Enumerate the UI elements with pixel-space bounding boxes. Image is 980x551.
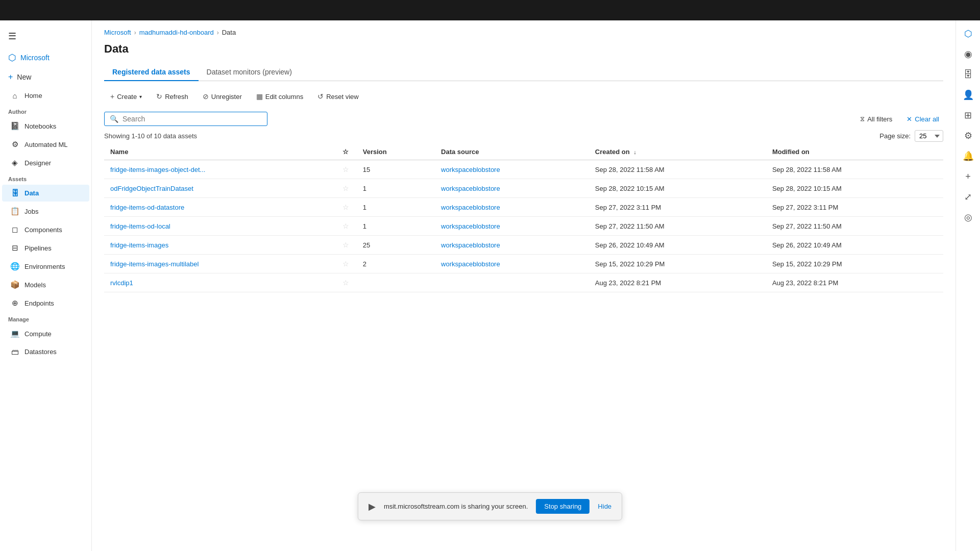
sidebar-item-pipelines-label: Pipelines — [24, 244, 52, 252]
favorite-star-icon[interactable]: ☆ — [342, 222, 349, 230]
favorite-star-icon[interactable]: ☆ — [342, 184, 349, 192]
hide-button[interactable]: Hide — [598, 503, 611, 510]
sidebar-item-datastores[interactable]: 🗃 Datastores — [2, 343, 89, 360]
col-header-data-source[interactable]: Data source — [435, 144, 589, 160]
cell-favorite: ☆ — [336, 198, 357, 217]
sidebar-item-pipelines[interactable]: ⊟ Pipelines — [2, 239, 89, 257]
reset-view-button[interactable]: ↺ Reset view — [311, 89, 365, 104]
right-panel-office-icon[interactable]: ⊞ — [959, 106, 977, 124]
table-header-row: Name ☆ Version Data source Created on ↓ … — [104, 144, 943, 160]
datasource-link[interactable]: workspaceblobstore — [441, 166, 500, 173]
refresh-button[interactable]: ↻ Refresh — [150, 89, 194, 104]
favorite-star-icon[interactable]: ☆ — [342, 203, 349, 211]
row-name-link[interactable]: fridge-items-images-object-det... — [110, 166, 205, 173]
showing-bar: Showing 1-10 of 10 data assets Page size… — [104, 130, 943, 142]
right-panel-network-icon[interactable]: ◉ — [959, 45, 977, 63]
cell-created-on: Sep 27, 2022 11:50 AM — [589, 217, 766, 236]
sidebar-item-automated-ml[interactable]: ⚙ Automated ML — [2, 136, 89, 153]
reset-view-icon: ↺ — [317, 92, 324, 101]
datasource-link[interactable]: workspaceblobstore — [441, 260, 500, 268]
new-button[interactable]: + New — [0, 67, 91, 87]
sidebar-item-jobs-label: Jobs — [24, 208, 38, 215]
col-header-favorite[interactable]: ☆ — [336, 144, 357, 160]
unregister-button[interactable]: ⊘ Unregister — [197, 89, 248, 104]
favorite-star-icon[interactable]: ☆ — [342, 279, 349, 287]
right-panel-expand-icon[interactable]: ⤢ — [959, 188, 977, 206]
search-filter-bar: 🔍 ⧖ All filters ✕ Clear all — [104, 112, 943, 126]
row-name-link[interactable]: odFridgeObjectTrainDataset — [110, 185, 193, 192]
right-panel-user-icon[interactable]: 👤 — [959, 86, 977, 104]
right-panel-plus-icon[interactable]: + — [959, 167, 977, 186]
row-name-link[interactable]: fridge-items-images — [110, 241, 168, 249]
sidebar-item-home-label: Home — [24, 92, 42, 99]
create-button[interactable]: + Create ▾ — [104, 89, 148, 104]
all-filters-button[interactable]: ⧖ All filters — [856, 113, 896, 125]
stop-sharing-button[interactable]: Stop sharing — [536, 499, 590, 514]
row-name-link[interactable]: fridge-items-od-local — [110, 222, 170, 230]
manage-section-label: Manage — [0, 312, 91, 324]
brand-text: Microsoft — [20, 54, 50, 62]
sidebar-item-notebooks[interactable]: 📓 Notebooks — [2, 117, 89, 135]
table-row: fridge-items-images☆25workspaceblobstore… — [104, 236, 943, 255]
cell-name: fridge-items-images-object-det... — [104, 160, 336, 179]
search-input[interactable] — [122, 115, 262, 123]
brand-icon: ⬡ — [8, 52, 16, 63]
sidebar-brand[interactable]: ⬡ Microsoft — [0, 48, 91, 67]
breadcrumb-workspace[interactable]: madhumaddi-hd-onboard — [139, 29, 214, 36]
cell-data-source — [435, 273, 589, 292]
col-header-modified-on[interactable]: Modified on — [766, 144, 943, 160]
sidebar-item-data[interactable]: 🗄 Data — [2, 185, 89, 202]
sidebar-item-compute[interactable]: 💻 Compute — [2, 325, 89, 342]
row-name-link[interactable]: fridge-items-images-multilabel — [110, 260, 199, 268]
tab-monitors[interactable]: Dataset monitors (preview) — [199, 64, 300, 81]
right-panel-azure-icon[interactable]: ⬡ — [959, 24, 977, 43]
sidebar-item-designer[interactable]: ◈ Designer — [2, 154, 89, 171]
cell-version: 25 — [357, 236, 435, 255]
table-row: fridge-items-images-multilabel☆2workspac… — [104, 255, 943, 273]
sidebar-item-components[interactable]: ◻ Components — [2, 221, 89, 238]
datasource-link[interactable]: workspaceblobstore — [441, 204, 500, 211]
top-bar — [0, 0, 980, 20]
row-name-link[interactable]: fridge-items-od-datastore — [110, 204, 184, 211]
refresh-icon: ↻ — [156, 92, 162, 101]
page-size-label: Page size: — [879, 132, 911, 140]
right-panel-settings-icon[interactable]: ⚙ — [959, 127, 977, 145]
right-panel-gear2-icon[interactable]: ◎ — [959, 208, 977, 227]
tab-registered[interactable]: Registered data assets — [104, 64, 199, 81]
cell-favorite: ☆ — [336, 179, 357, 198]
favorite-star-icon[interactable]: ☆ — [342, 260, 349, 268]
sidebar-item-automated-ml-label: Automated ML — [24, 141, 68, 148]
datasource-link[interactable]: workspaceblobstore — [441, 222, 500, 230]
cell-name: fridge-items-images-multilabel — [104, 255, 336, 273]
clear-all-button[interactable]: ✕ Clear all — [902, 113, 943, 125]
table-row: fridge-items-od-local☆1workspaceblobstor… — [104, 217, 943, 236]
row-name-link[interactable]: rvlcdip1 — [110, 279, 133, 287]
cell-name: fridge-items-od-datastore — [104, 198, 336, 217]
sidebar-item-endpoints-label: Endpoints — [24, 299, 54, 307]
cell-modified-on: Sep 27, 2022 11:50 AM — [766, 217, 943, 236]
datasource-link[interactable]: workspaceblobstore — [441, 241, 500, 249]
sidebar-item-environments[interactable]: 🌐 Environments — [2, 258, 89, 275]
sidebar-item-models[interactable]: 📦 Models — [2, 276, 89, 293]
cell-data-source: workspaceblobstore — [435, 217, 589, 236]
right-panel-storage-icon[interactable]: 🗄 — [959, 65, 977, 84]
page-size-select[interactable]: 10 25 50 100 — [915, 130, 943, 142]
col-header-name[interactable]: Name — [104, 144, 336, 160]
sidebar-item-endpoints[interactable]: ⊕ Endpoints — [2, 294, 89, 312]
right-panel-notifications-icon[interactable]: 🔔 — [959, 147, 977, 165]
sidebar-item-home[interactable]: ⌂ Home — [2, 87, 89, 104]
favorite-star-icon[interactable]: ☆ — [342, 165, 349, 173]
col-header-version[interactable]: Version — [357, 144, 435, 160]
sidebar-item-jobs[interactable]: 📋 Jobs — [2, 203, 89, 220]
screen-share-icon: ▶ — [369, 501, 376, 512]
breadcrumb-microsoft[interactable]: Microsoft — [104, 29, 131, 36]
table-row: fridge-items-od-datastore☆1workspaceblob… — [104, 198, 943, 217]
datasource-link[interactable]: workspaceblobstore — [441, 185, 500, 192]
edit-columns-button[interactable]: ▦ Edit columns — [250, 89, 309, 104]
notebooks-icon: 📓 — [10, 121, 19, 131]
favorite-star-icon[interactable]: ☆ — [342, 241, 349, 249]
hamburger-button[interactable]: ☰ — [0, 24, 91, 48]
cell-favorite: ☆ — [336, 160, 357, 179]
breadcrumb: Microsoft › madhumaddi-hd-onboard › Data — [104, 29, 943, 36]
col-header-created-on[interactable]: Created on ↓ — [589, 144, 766, 160]
